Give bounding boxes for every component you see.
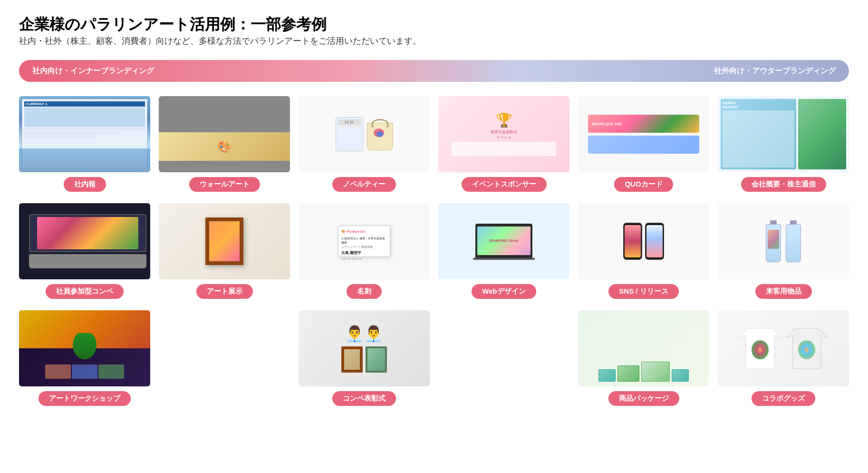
- shohin-package-label: 商品パッケージ: [608, 391, 679, 406]
- art-display-image: [159, 203, 290, 279]
- conpe-ceremony-label: コンペ表彰式: [332, 391, 396, 406]
- item-conpe-ceremony[interactable]: 👨‍💼👨‍💼 コンペ表彰式: [299, 310, 430, 406]
- empty-cell-1: [159, 310, 290, 406]
- event-sponsor-label: イベントスポンサー: [462, 177, 547, 192]
- novelty-image: 11 12: [299, 96, 430, 172]
- page-title: 企業様のパラリンアート活用例：一部参考例: [19, 14, 849, 35]
- art-display-label: アート展示: [196, 284, 253, 299]
- art-workshop-image: [19, 310, 150, 386]
- page-subtitle: 社内・社外（株主、顧客、消費者）向けなど、多様な方法でパラリンアートをご活用いた…: [19, 35, 849, 47]
- tshirt-svg: [739, 324, 781, 371]
- shain-conpe-label: 社員参加型コンペ: [46, 284, 124, 299]
- kaisha-gaiyou-label: 会社概要・株主通信: [741, 177, 826, 192]
- raikyaku-goods-label: 来客用物品: [755, 284, 812, 299]
- quo-card-label: QUOカード: [614, 177, 673, 192]
- title-suffix: ：一部参考例: [235, 16, 327, 33]
- raikyaku-goods-image: [718, 203, 849, 279]
- svg-point-3: [798, 340, 815, 359]
- shanaiho-image: CURRENT 1: [19, 96, 150, 172]
- svg-point-1: [752, 340, 769, 359]
- conpe-ceremony-image: 👨‍💼👨‍💼: [299, 310, 430, 386]
- row-2: 社員参加型コンペ アート展示 🎨 Paralym Art 公益財団法人 健康・体…: [19, 203, 849, 299]
- sns-release-image: [578, 203, 709, 279]
- collab-goods-image: [718, 310, 849, 386]
- shohin-package-image: [578, 310, 709, 386]
- row-3: アートワークショップ 👨‍💼👨‍💼 コンペ表彰式 商品パッケージ: [19, 310, 849, 406]
- tshirt-svg-2: [785, 324, 828, 371]
- title-highlight: 企業様のパラリンアート活用例: [19, 16, 235, 33]
- item-art-display[interactable]: アート展示: [159, 203, 290, 299]
- item-quo-card[interactable]: MIZUHO QUO 1000 QUOカード: [578, 96, 709, 192]
- item-raikyaku-goods[interactable]: 来客用物品: [718, 203, 849, 299]
- event-sponsor-image: 🏆 世界大会表彰式イベント: [438, 96, 569, 172]
- item-wall-art[interactable]: 🎨 ウォールアート: [159, 96, 290, 192]
- novelty-label: ノベルティー: [332, 177, 396, 192]
- item-novelty[interactable]: 11 12 ノベルティー: [299, 96, 430, 192]
- quo-card-image: MIZUHO QUO 1000: [578, 96, 709, 172]
- outer-branding-label: 社外向け・アウターブランディング: [714, 66, 836, 76]
- kaisha-gaiyou-image: KENKOREPORT: [718, 96, 849, 172]
- gradient-bar: 社内向け・インナーブランディング 社外向け・アウターブランディング: [19, 60, 849, 82]
- item-sns-release[interactable]: SNS / リリース: [578, 203, 709, 299]
- item-event-sponsor[interactable]: 🏆 世界大会表彰式イベント イベントスポンサー: [438, 96, 569, 192]
- shain-conpe-image: [19, 203, 150, 279]
- item-kaisha-gaiyou[interactable]: KENKOREPORT 会社概要・株主通信: [718, 96, 849, 192]
- web-design-label: Webデザイン: [472, 284, 536, 299]
- empty-cell-2: [438, 310, 569, 406]
- wall-art-image: 🎨: [159, 96, 290, 172]
- item-web-design[interactable]: DIAMOND Story Webデザイン: [438, 203, 569, 299]
- item-shain-conpe[interactable]: 社員参加型コンペ: [19, 203, 150, 299]
- item-meishi[interactable]: 🎨 Paralym Art 公益財団法人 健康・体育支援推進機構 パラリンアート…: [299, 203, 430, 299]
- item-art-workshop[interactable]: アートワークショップ: [19, 310, 150, 406]
- art-workshop-label: アートワークショップ: [39, 391, 131, 406]
- item-shohin-package[interactable]: 商品パッケージ: [578, 310, 709, 406]
- inner-branding-label: 社内向け・インナーブランディング: [32, 66, 154, 76]
- collab-goods-label: コラボグッズ: [752, 391, 815, 406]
- sns-release-label: SNS / リリース: [608, 284, 678, 299]
- page-container: 企業様のパラリンアート活用例：一部参考例 社内・社外（株主、顧客、消費者）向けな…: [19, 14, 849, 406]
- row-1: CURRENT 1 社内報 🎨 ウォールアート 11: [19, 96, 849, 192]
- web-design-image: DIAMOND Story: [438, 203, 569, 279]
- meishi-label: 名刺: [347, 284, 382, 299]
- wall-art-label: ウォールアート: [189, 177, 260, 192]
- shanaiho-label: 社内報: [64, 177, 106, 192]
- item-shanaiho[interactable]: CURRENT 1 社内報: [19, 96, 150, 192]
- meishi-image: 🎨 Paralym Art 公益財団法人 健康・体育支援推進機構 パラリンアート…: [299, 203, 430, 279]
- item-collab-goods[interactable]: コラボグッズ: [718, 310, 849, 406]
